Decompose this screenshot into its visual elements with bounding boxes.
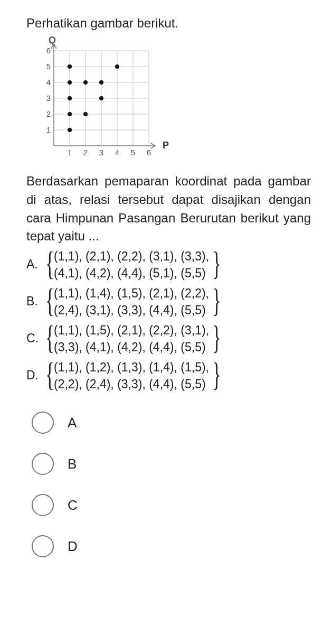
option-line: (2,2), (2,4), (3,3), (4,4), (5,5)	[54, 376, 209, 393]
option-b: B. { (1,1), (1,4), (1,5), (2,1), (2,2), …	[26, 284, 311, 320]
option-a: A. { (1,1), (2,1), (2,2), (3,1), (3,3), …	[26, 247, 311, 283]
brace-icon: {	[45, 247, 51, 283]
answer-label: B	[68, 456, 77, 472]
x-ticks: 1 2 3 4 5 6	[68, 148, 151, 157]
option-letter: A.	[26, 247, 46, 273]
svg-point-33	[99, 96, 103, 100]
svg-text:3: 3	[99, 148, 103, 157]
svg-text:5: 5	[131, 148, 135, 157]
scatter-chart: Q 1 2 3 4 5	[33, 35, 170, 167]
svg-text:2: 2	[46, 109, 51, 118]
answer-label: A	[68, 415, 77, 431]
brace-icon: }	[212, 284, 217, 320]
option-letter: D.	[26, 358, 46, 384]
question-text: Berdasarkan pemaparan koordinat pada gam…	[26, 172, 311, 246]
radio-icon	[32, 412, 54, 434]
svg-point-35	[115, 64, 119, 69]
option-line: (3,3), (4,1), (4,2), (4,4), (5,5)	[54, 339, 209, 356]
svg-point-27	[68, 112, 72, 116]
radio-icon	[32, 535, 54, 557]
svg-point-26	[68, 128, 72, 132]
svg-text:1: 1	[46, 125, 51, 134]
answer-option-c[interactable]: C	[32, 494, 311, 516]
answer-option-d[interactable]: D	[32, 535, 311, 557]
brace-icon: {	[45, 358, 51, 394]
option-line: (2,4), (3,1), (3,3), (4,4), (5,5)	[54, 302, 209, 319]
option-line: (1,1), (2,1), (2,2), (3,1), (3,3),	[54, 248, 209, 265]
axes	[51, 44, 155, 148]
svg-text:1: 1	[68, 148, 72, 157]
radio-icon	[32, 453, 54, 475]
brace-icon: }	[212, 247, 217, 283]
svg-point-34	[99, 80, 103, 85]
option-line: (1,1), (1,2), (1,3), (1,4), (1,5),	[54, 359, 209, 376]
svg-text:5: 5	[46, 62, 51, 71]
svg-text:6: 6	[147, 148, 151, 157]
answer-label: C	[68, 497, 78, 514]
answer-choices: A B C D	[26, 412, 311, 557]
brace-icon: }	[212, 321, 217, 357]
svg-point-29	[68, 80, 72, 85]
intro-text: Perhatikan gambar berikut.	[26, 16, 311, 31]
option-line: (1,1), (1,4), (1,5), (2,1), (2,2),	[54, 285, 209, 302]
svg-text:6: 6	[46, 46, 51, 55]
y-ticks: 1 2 3 4 5 6	[46, 46, 51, 134]
coordinate-chart: Q 1 2 3 4 5	[33, 35, 311, 167]
x-axis-label: P	[163, 140, 169, 151]
brace-icon: {	[45, 321, 51, 357]
svg-text:2: 2	[83, 148, 88, 157]
option-d: D. { (1,1), (1,2), (1,3), (1,4), (1,5), …	[26, 358, 311, 394]
brace-icon: }	[212, 358, 217, 394]
option-letter: B.	[26, 284, 46, 310]
answer-option-b[interactable]: B	[32, 453, 311, 475]
brace-icon: {	[45, 284, 51, 320]
y-axis-label: Q	[49, 35, 56, 45]
option-line: (4,1), (4,2), (4,4), (5,1), (5,5)	[54, 265, 209, 282]
svg-text:4: 4	[115, 148, 119, 157]
radio-icon	[32, 494, 54, 516]
svg-point-31	[83, 112, 88, 116]
svg-text:4: 4	[46, 78, 51, 87]
svg-point-28	[68, 96, 72, 100]
answer-option-a[interactable]: A	[32, 412, 311, 434]
option-letter: C.	[26, 321, 46, 347]
svg-point-30	[68, 64, 72, 69]
svg-point-32	[83, 80, 88, 85]
option-c: C. { (1,1), (1,5), (2,1), (2,2), (3,1), …	[26, 321, 311, 357]
svg-text:3: 3	[46, 94, 51, 102]
answer-label: D	[68, 538, 78, 555]
option-line: (1,1), (1,5), (2,1), (2,2), (3,1),	[54, 322, 209, 339]
